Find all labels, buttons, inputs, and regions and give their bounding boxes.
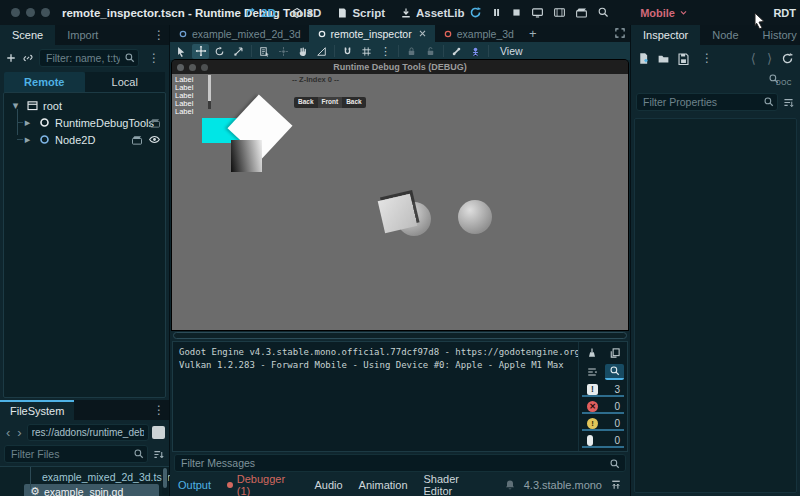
game-window-titlebar[interactable]: Runtime Debug Tools (DEBUG) xyxy=(172,60,628,74)
rdt-button[interactable]: RDT xyxy=(773,0,796,25)
scene-tab-example-3d[interactable]: example_3d xyxy=(435,25,522,42)
tab-output[interactable]: Output xyxy=(178,479,211,491)
local-tab[interactable]: Local xyxy=(85,72,166,92)
pivot-tool-icon[interactable] xyxy=(275,44,292,59)
filesystem-menu-icon[interactable]: ⋮ xyxy=(149,400,169,420)
tab-import[interactable]: Import xyxy=(55,25,110,45)
file-row-tscn[interactable]: example_mixed_2d_3d.tscn xyxy=(0,469,169,484)
remote-debug-icon[interactable] xyxy=(531,6,544,19)
new-resource-icon[interactable] xyxy=(637,52,650,65)
tab-shader-editor[interactable]: Shader Editor xyxy=(424,473,488,496)
tree-row-root[interactable]: ▾ root xyxy=(4,97,165,114)
back-button[interactable]: Back xyxy=(294,97,318,108)
close-icon[interactable] xyxy=(418,29,427,38)
tree-row-runtimedebugtools[interactable]: ▸ RuntimeDebugTools xyxy=(4,114,165,131)
distraction-free-icon[interactable] xyxy=(614,27,626,39)
screenshot-search-icon[interactable] xyxy=(597,6,610,19)
traffic-light-minimize-icon[interactable] xyxy=(26,8,35,17)
expand-sections-icon[interactable] xyxy=(782,96,795,109)
stop-button[interactable] xyxy=(511,7,522,18)
file-filter-input[interactable] xyxy=(4,445,148,463)
scene-tree-menu-icon[interactable]: ⋮ xyxy=(144,51,164,65)
debug-vslider[interactable] xyxy=(208,75,211,101)
dock-menu-icon[interactable]: ⋮ xyxy=(149,25,169,45)
traffic-light-zoom-icon[interactable] xyxy=(41,8,50,17)
message-count-toggle[interactable]: ! 3 xyxy=(582,383,624,397)
clear-output-icon[interactable] xyxy=(582,345,601,361)
add-node-button[interactable] xyxy=(5,52,17,64)
move-tool-icon[interactable] xyxy=(192,44,209,59)
list-select-icon[interactable] xyxy=(256,44,273,59)
new-scene-tab-button[interactable]: + xyxy=(522,25,544,42)
back-button-2[interactable]: Back xyxy=(342,97,366,108)
remote-tab[interactable]: Remote xyxy=(4,72,85,92)
select-tool-icon[interactable] xyxy=(173,44,190,59)
save-resource-icon[interactable] xyxy=(677,52,690,65)
nav-forward-icon[interactable]: › xyxy=(15,425,23,440)
view-menu[interactable]: View xyxy=(493,45,530,57)
nav-back-icon[interactable]: ‹ xyxy=(4,425,12,440)
expand-bottom-panel-icon[interactable] xyxy=(610,479,622,491)
object-history-icon[interactable] xyxy=(781,52,794,65)
bone-icon[interactable] xyxy=(448,44,465,59)
collapse-duplicates-icon[interactable] xyxy=(582,364,601,380)
scene-tab-example-mixed[interactable]: example_mixed_2d_3d xyxy=(170,25,309,42)
traffic-light-close-icon[interactable] xyxy=(11,8,20,17)
notifications-bell-icon[interactable] xyxy=(504,479,516,491)
tab-filesystem[interactable]: FileSystem xyxy=(0,400,74,420)
reload-spinner-icon[interactable] xyxy=(469,6,482,19)
visibility-eye-icon[interactable] xyxy=(148,133,161,146)
copy-output-icon[interactable] xyxy=(605,345,624,361)
camera-preview-icon[interactable] xyxy=(149,117,161,129)
resource-menu-icon[interactable]: ⋮ xyxy=(697,51,717,65)
load-resource-folder-icon[interactable] xyxy=(657,52,670,65)
rotate-tool-icon[interactable] xyxy=(211,44,228,59)
collapse-icon[interactable]: ▾ xyxy=(9,99,22,112)
menu-3d[interactable]: 3D xyxy=(291,7,322,19)
file-row-gd-selected[interactable]: ⚙ example_spin.gd xyxy=(24,484,159,496)
sort-files-icon[interactable] xyxy=(152,448,165,461)
output-log[interactable]: Godot Engine v4.3.stable.mono.official.7… xyxy=(173,342,578,451)
menu-assetlib[interactable]: AssetLib xyxy=(400,7,465,19)
scene-tab-remote-inspector[interactable]: remote_inspector xyxy=(309,25,435,42)
pan-tool-icon[interactable] xyxy=(294,44,311,59)
current-path-input[interactable] xyxy=(28,425,148,440)
tab-scene[interactable]: Scene xyxy=(0,25,55,45)
menu-script[interactable]: Script xyxy=(336,7,385,19)
snap-options-icon[interactable]: ⋮ xyxy=(377,44,394,59)
ruler-tool-icon[interactable] xyxy=(313,44,330,59)
search-output-icon[interactable] xyxy=(605,364,624,380)
movie-writer-icon[interactable] xyxy=(575,6,588,19)
profile-selector[interactable]: Mobile xyxy=(640,0,688,25)
history-back-icon[interactable]: ⟨ xyxy=(749,51,758,66)
tab-inspector[interactable]: Inspector xyxy=(631,25,700,45)
tree-row-node2d[interactable]: ▸ Node2D xyxy=(4,131,165,148)
tab-audio[interactable]: Audio xyxy=(314,479,342,491)
camera-preview-icon[interactable] xyxy=(131,134,143,146)
smart-snap-icon[interactable] xyxy=(339,44,356,59)
property-filter-input[interactable] xyxy=(636,93,778,111)
menu-2d[interactable]: 2D xyxy=(245,7,276,19)
toggle-split-icon[interactable] xyxy=(152,426,165,439)
filter-messages-input[interactable] xyxy=(175,455,625,471)
history-forward-icon[interactable]: ⟩ xyxy=(765,51,774,66)
skeleton-options-icon[interactable] xyxy=(467,44,484,59)
tab-animation[interactable]: Animation xyxy=(359,479,408,491)
error-count-toggle[interactable]: ✕ 0 xyxy=(582,400,624,414)
instance-scene-button[interactable] xyxy=(22,52,34,64)
grid-snap-icon[interactable] xyxy=(358,44,375,59)
info-count-toggle[interactable]: 0 xyxy=(582,434,624,448)
front-button[interactable]: Front xyxy=(318,97,343,108)
unlock-icon[interactable] xyxy=(422,44,439,59)
warning-count-toggle[interactable]: ! 0 xyxy=(582,417,624,431)
tab-debugger[interactable]: Debugger (1) xyxy=(227,473,298,496)
tab-node[interactable]: Node xyxy=(700,25,750,45)
pause-button[interactable] xyxy=(491,7,502,18)
viewport-hscrollbar[interactable] xyxy=(173,332,627,339)
scale-tool-icon[interactable] xyxy=(230,44,247,59)
movie-maker-icon[interactable] xyxy=(553,6,566,19)
lock-icon[interactable] xyxy=(403,44,420,59)
file-list-scrollbar[interactable] xyxy=(162,468,168,495)
scene-dock: Scene Import ⋮ ⋮ Remote Local ▾ root ▸ R… xyxy=(0,25,170,496)
file-list: example_mixed_2d_3d.tscn ⚙ example_spin.… xyxy=(0,466,169,496)
